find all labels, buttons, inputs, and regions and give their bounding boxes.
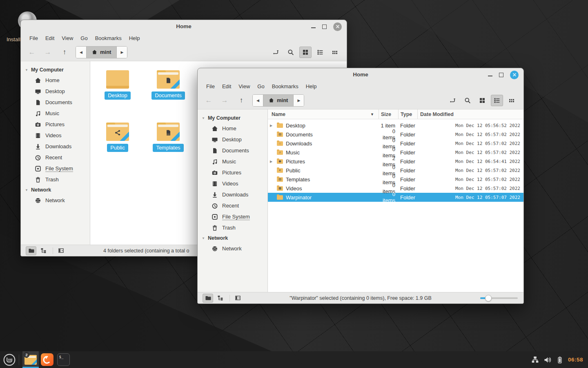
files-launcher[interactable]: 2: [22, 351, 39, 368]
close-button[interactable]: [510, 71, 519, 79]
folder-public[interactable]: Public: [93, 123, 142, 152]
sidebar-item-desktop[interactable]: Desktop: [198, 134, 267, 145]
home-icon: [269, 98, 274, 103]
clock[interactable]: 06:58: [568, 357, 583, 363]
sidebar-item-network[interactable]: Network: [198, 243, 267, 254]
music-note-icon: [35, 110, 41, 117]
menu-view[interactable]: View: [58, 34, 77, 42]
menu-edit[interactable]: Edit: [42, 34, 58, 42]
back-button[interactable]: ←: [203, 96, 214, 105]
sidebar-item-music[interactable]: Music: [21, 108, 90, 119]
sidebar-item-documents[interactable]: Documents: [21, 97, 90, 108]
breadcrumb-current[interactable]: mint: [263, 95, 294, 106]
close-button[interactable]: [333, 22, 342, 31]
sidebar-item-desktop[interactable]: Desktop: [21, 86, 90, 97]
sidebar-item-file-system[interactable]: File System: [21, 163, 90, 174]
sidebar-section-network[interactable]: ▼Network: [21, 185, 90, 195]
view-compact-button[interactable]: [506, 95, 518, 106]
minimize-button[interactable]: [488, 76, 492, 76]
maximize-button[interactable]: [499, 73, 503, 77]
column-header-size[interactable]: Size: [379, 109, 398, 119]
menu-edit[interactable]: Edit: [218, 83, 235, 90]
sidebar-item-file-system[interactable]: File System: [198, 211, 267, 222]
toggle-sidebar-button[interactable]: [56, 246, 66, 255]
minimize-button[interactable]: [311, 27, 316, 28]
sidebar-item-videos[interactable]: Videos: [21, 130, 90, 141]
sidebar-section-my-computer[interactable]: ▼My Computer: [198, 113, 267, 123]
menu-help[interactable]: Help: [302, 83, 321, 90]
search-button[interactable]: [285, 47, 297, 58]
file-manager-window-front[interactable]: Home File Edit View Go Bookmarks Help ← …: [197, 68, 524, 304]
treeview-icon: [40, 248, 47, 254]
menu-help[interactable]: Help: [125, 34, 144, 42]
folder-desktop[interactable]: Desktop: [93, 70, 142, 100]
sidebar-item-pictures[interactable]: Pictures: [198, 167, 267, 178]
view-grid-button[interactable]: [299, 47, 312, 58]
sidebar-item-downloads[interactable]: Downloads: [198, 189, 267, 200]
show-treeview-button[interactable]: [38, 246, 49, 255]
maximize-button[interactable]: [322, 25, 327, 29]
titlebar[interactable]: Home: [198, 68, 523, 81]
sidebar-item-downloads[interactable]: Downloads: [21, 141, 90, 152]
breadcrumb-next-button[interactable]: ▶: [117, 47, 127, 58]
expander-icon[interactable]: ▶: [268, 124, 274, 127]
collapse-triangle-icon: ▼: [25, 68, 28, 72]
menu-bookmarks[interactable]: Bookmarks: [268, 83, 302, 90]
sidebar-item-pictures[interactable]: Pictures: [21, 119, 90, 130]
network-tray-icon[interactable]: [531, 356, 539, 364]
folder-templates[interactable]: Templates: [144, 123, 193, 152]
menu-file[interactable]: File: [26, 34, 42, 42]
titlebar[interactable]: Home: [21, 20, 347, 33]
toggle-location-entry-button[interactable]: [447, 95, 459, 106]
up-button[interactable]: ↑: [236, 96, 247, 105]
breadcrumb-current[interactable]: mint: [86, 47, 117, 58]
volume-tray-icon[interactable]: [543, 356, 552, 364]
column-header-type[interactable]: Type: [398, 109, 417, 119]
forward-button[interactable]: →: [42, 48, 53, 56]
sidebar-item-recent[interactable]: Recent: [21, 152, 90, 163]
home-icon: [35, 77, 41, 84]
sidebar-item-trash[interactable]: Trash: [198, 222, 267, 233]
sidebar-item-documents[interactable]: Documents: [198, 145, 267, 156]
terminal-launcher[interactable]: $_: [55, 351, 71, 368]
zoom-slider-handle[interactable]: [485, 295, 492, 301]
battery-tray-icon[interactable]: [556, 356, 564, 364]
sidebar-section-my-computer[interactable]: ▼My Computer: [21, 65, 90, 75]
menu-file[interactable]: File: [203, 83, 218, 90]
breadcrumb-prev-button[interactable]: ◀: [76, 47, 86, 58]
sidebar-item-home[interactable]: Home: [21, 75, 90, 86]
folder-documents[interactable]: Documents: [144, 70, 193, 100]
expander-icon[interactable]: ▶: [268, 160, 274, 163]
show-places-button[interactable]: [26, 246, 36, 255]
firefox-launcher[interactable]: [39, 351, 55, 368]
view-list-button[interactable]: [314, 47, 326, 58]
menu-go[interactable]: Go: [254, 83, 268, 90]
sidebar-item-trash[interactable]: Trash: [21, 174, 90, 185]
toggle-location-entry-button[interactable]: [270, 47, 282, 58]
breadcrumb-prev-button[interactable]: ◀: [253, 95, 263, 106]
menu-view[interactable]: View: [235, 83, 254, 90]
up-button[interactable]: ↑: [59, 48, 70, 56]
view-list-button[interactable]: [491, 95, 503, 106]
share-emblem-icon: [114, 129, 121, 136]
file-row-warpinator-selected[interactable]: Warpinator 0 items Folder Mon Dec 12 05:…: [268, 193, 523, 202]
menu-go[interactable]: Go: [77, 34, 91, 42]
sidebar-item-home[interactable]: Home: [198, 123, 267, 134]
zoom-slider[interactable]: [480, 297, 518, 299]
sidebar-item-music[interactable]: Music: [198, 156, 267, 167]
breadcrumb-next-button[interactable]: ▶: [294, 95, 304, 106]
view-grid-button[interactable]: [476, 95, 488, 106]
column-header-name[interactable]: Name▼: [268, 109, 379, 119]
view-compact-button[interactable]: [329, 47, 341, 58]
search-button[interactable]: [461, 95, 474, 106]
back-button[interactable]: ←: [27, 48, 37, 56]
sidebar-item-network[interactable]: Network: [21, 195, 90, 206]
sidebar-item-recent[interactable]: Recent: [198, 200, 267, 211]
file-list[interactable]: Name▼ Size Type Date Modified ▶Desktop 1…: [268, 109, 523, 292]
sidebar-section-network[interactable]: ▼Network: [198, 233, 267, 243]
mint-menu-button[interactable]: [0, 351, 19, 368]
forward-button[interactable]: →: [219, 96, 230, 105]
column-header-date-modified[interactable]: Date Modified: [417, 109, 523, 119]
menu-bookmarks[interactable]: Bookmarks: [91, 34, 125, 42]
sidebar-item-videos[interactable]: Videos: [198, 178, 267, 189]
